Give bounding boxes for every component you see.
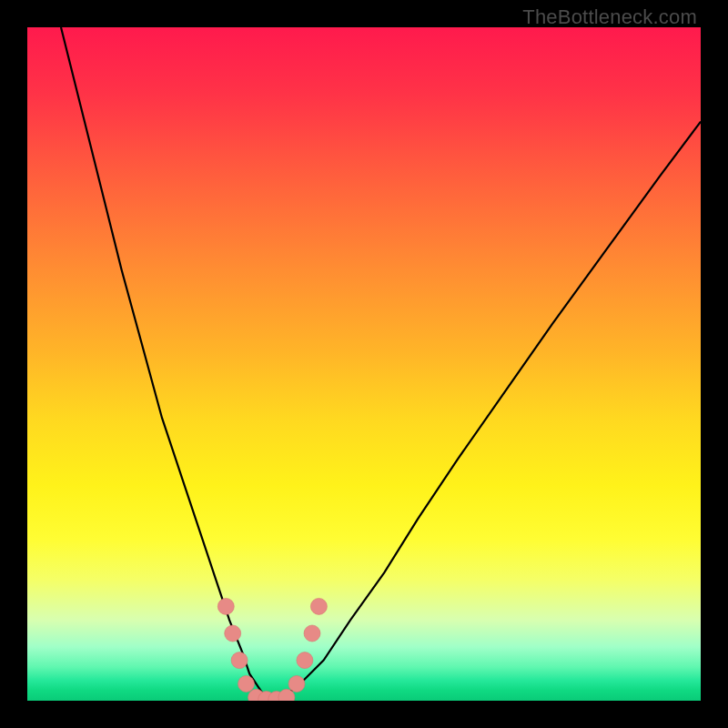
svg-point-9 bbox=[297, 652, 313, 669]
frame: TheBottleneck.com bbox=[0, 0, 728, 728]
svg-point-8 bbox=[288, 676, 305, 693]
svg-point-10 bbox=[304, 625, 320, 642]
svg-point-0 bbox=[217, 598, 234, 614]
svg-point-3 bbox=[238, 676, 255, 693]
plot-area bbox=[27, 27, 701, 701]
svg-point-11 bbox=[310, 598, 327, 614]
right-curve bbox=[277, 122, 701, 701]
left-curve bbox=[61, 27, 277, 701]
svg-point-2 bbox=[231, 652, 248, 669]
svg-point-1 bbox=[225, 625, 241, 642]
v-bottom-markers bbox=[217, 598, 327, 701]
watermark-text: TheBottleneck.com bbox=[522, 5, 697, 29]
chart-svg bbox=[27, 27, 701, 701]
